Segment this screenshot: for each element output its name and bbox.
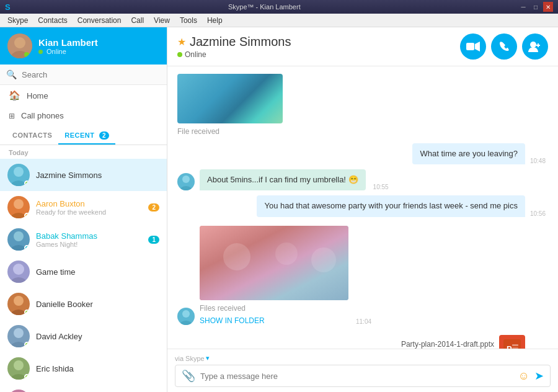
contact-joshua-murphy[interactable]: Joshua Murphy: [0, 385, 167, 392]
contact-avatar: [7, 261, 30, 283]
section-today: Today: [0, 145, 167, 159]
window-controls: ─ □ ✕: [518, 2, 553, 12]
status-dot: [177, 52, 182, 57]
message-time: 10:56: [530, 210, 546, 217]
file-received-label: File received: [177, 126, 548, 137]
nav-home[interactable]: 🏠 Home: [0, 85, 167, 106]
chat-actions: [460, 33, 548, 60]
svg-point-10: [14, 231, 24, 241]
show-in-folder-link[interactable]: SHOW IN FOLDER: [200, 316, 348, 325]
profile-header[interactable]: Kian Lambert Online: [0, 27, 167, 65]
search-input[interactable]: [22, 70, 161, 79]
menu-conversation[interactable]: Conversation: [73, 15, 126, 26]
minimize-button[interactable]: ─: [518, 2, 528, 12]
message-time: 11:04: [356, 318, 371, 325]
sidebar: Kian Lambert Online 🔍 🏠 Home ⊞ Call phon…: [0, 27, 167, 392]
contact-name: Game time: [36, 267, 159, 277]
tabs-row: CONTACTS RECENT 2: [0, 125, 167, 145]
menu-skype[interactable]: Skype: [2, 15, 33, 26]
menu-tools[interactable]: Tools: [175, 15, 202, 26]
via-label: via Skype: [175, 355, 205, 362]
message-bubble: What time are you leaving?: [412, 143, 525, 164]
svg-point-13: [13, 264, 24, 275]
contact-babak-shammas[interactable]: Babak Shammas Games Night! 1: [0, 223, 167, 256]
svg-point-39: [223, 243, 250, 270]
contact-status: Ready for the weekend: [36, 208, 142, 216]
contact-avatar: [7, 164, 30, 186]
menu-view[interactable]: View: [149, 15, 175, 26]
received-image-message: File received: [177, 74, 548, 137]
svg-point-1: [14, 37, 25, 48]
contact-name: Eric Ishida: [36, 364, 159, 373]
contact-badge: 2: [148, 203, 159, 212]
menu-bar: Skype Contacts Conversation Call View To…: [0, 14, 558, 27]
message-row-received-1: About 5mins...if I can find my umbrella!…: [177, 169, 548, 190]
search-icon: 🔍: [6, 69, 17, 79]
contact-avatar: [7, 325, 30, 347]
contact-danielle-booker[interactable]: Danielle Booker: [0, 288, 167, 320]
maximize-button[interactable]: □: [531, 2, 541, 12]
chat-header-info: ★ Jazmine Simmons Online: [177, 35, 291, 59]
contact-aaron-buxton[interactable]: Aaron Buxton Ready for the weekend 2: [0, 191, 167, 223]
contact-info: David Ackley: [36, 332, 159, 341]
contact-avatar: [7, 196, 30, 218]
contact-info: Danielle Booker: [36, 300, 159, 309]
sender-avatar: [177, 173, 195, 190]
contact-avatar: [7, 357, 30, 380]
skype-logo: S: [5, 2, 11, 12]
nav-call-phones-label: Call phones: [21, 111, 64, 120]
contact-info: Eric Ishida: [36, 364, 159, 373]
chat-input-area: via Skype ▾ 📎 ☺ ➤: [167, 349, 558, 392]
svg-text:P: P: [507, 344, 512, 349]
contacts-list: Today Jazmine Simmons: [0, 145, 167, 392]
contact-avatar: [7, 293, 30, 315]
svg-rect-24: [7, 390, 30, 392]
home-icon: 🏠: [9, 90, 20, 101]
nav-call-phones[interactable]: ⊞ Call phones: [0, 106, 167, 125]
file-name: Party-plan-2014-1-draft.pptx: [401, 340, 494, 349]
message-time: 10:55: [373, 184, 389, 190]
star-icon[interactable]: ★: [177, 36, 186, 48]
contact-game-time[interactable]: Game time: [0, 256, 167, 288]
svg-marker-28: [475, 42, 480, 51]
profile-status: Online: [38, 48, 98, 55]
message-input[interactable]: [200, 372, 513, 381]
file-attachment-row: Party-plan-2014-1-draft.pptx Sent P 10:5…: [177, 335, 548, 349]
attachment-icon[interactable]: 📎: [182, 369, 195, 383]
contact-eric-ishida[interactable]: Eric Ishida: [0, 352, 167, 385]
menu-help[interactable]: Help: [202, 15, 228, 26]
add-contact-button[interactable]: [522, 33, 548, 60]
contact-avatar: [7, 390, 30, 392]
contact-david-ackley[interactable]: David Ackley: [0, 320, 167, 352]
tab-contacts[interactable]: CONTACTS: [6, 128, 58, 145]
contact-jazmine-simmons[interactable]: Jazmine Simmons: [0, 159, 167, 191]
nav-home-label: Home: [27, 91, 48, 100]
menu-call[interactable]: Call: [126, 15, 149, 26]
contact-avatar: [7, 228, 30, 251]
svg-point-19: [14, 328, 24, 338]
sender-avatar: [177, 308, 195, 325]
message-row-photo: Files received SHOW IN FOLDER 11:04: [177, 226, 548, 325]
tab-recent[interactable]: RECENT 2: [58, 128, 115, 145]
video-call-button[interactable]: [460, 33, 486, 60]
voice-call-button[interactable]: [491, 33, 517, 60]
search-bar[interactable]: 🔍: [0, 65, 167, 85]
svg-point-7: [14, 199, 24, 209]
chat-contact-name: ★ Jazmine Simmons: [177, 35, 291, 49]
svg-rect-27: [466, 43, 474, 50]
via-skype-dropdown[interactable]: ▾: [206, 354, 210, 362]
svg-point-33: [182, 176, 190, 183]
file-info: Party-plan-2014-1-draft.pptx Sent: [401, 340, 494, 349]
message-bubble: You had that awesome party with your fri…: [257, 195, 525, 216]
message-time: 10:48: [530, 158, 546, 164]
contact-info: Aaron Buxton Ready for the weekend: [36, 199, 142, 216]
contact-badge: 1: [148, 236, 159, 244]
close-button[interactable]: ✕: [543, 2, 553, 12]
menu-contacts[interactable]: Contacts: [33, 15, 72, 26]
svg-point-22: [14, 360, 24, 370]
send-icon[interactable]: ➤: [534, 369, 544, 383]
emoji-icon[interactable]: ☺: [518, 370, 529, 383]
profile-info: Kian Lambert Online: [38, 37, 98, 55]
main-container: Kian Lambert Online 🔍 🏠 Home ⊞ Call phon…: [0, 27, 558, 392]
svg-point-29: [530, 42, 536, 48]
